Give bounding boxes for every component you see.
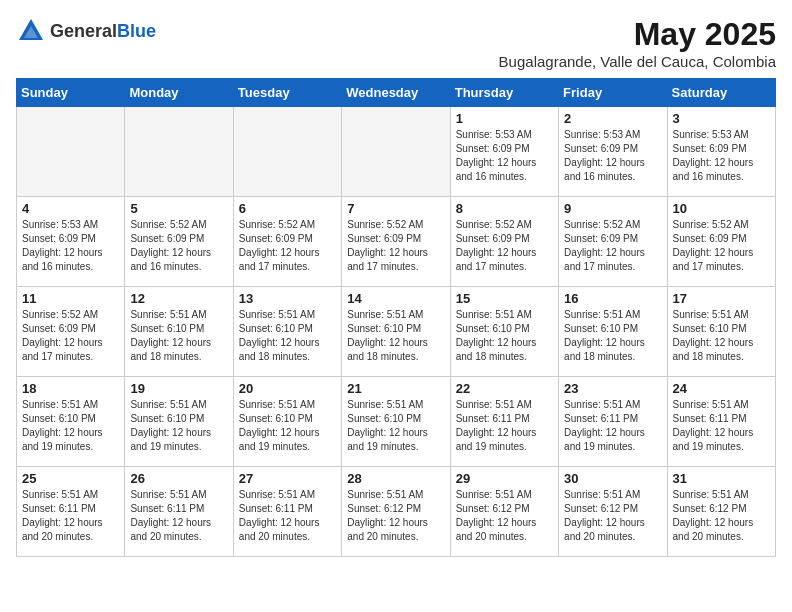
calendar-cell [125,107,233,197]
calendar-week-1: 1Sunrise: 5:53 AM Sunset: 6:09 PM Daylig… [17,107,776,197]
logo-icon [16,16,46,46]
day-info: Sunrise: 5:51 AM Sunset: 6:10 PM Dayligh… [673,308,770,364]
day-number: 11 [22,291,119,306]
header-top: GeneralBlue May 2025 Bugalagrande, Valle… [16,16,776,70]
calendar-cell: 21Sunrise: 5:51 AM Sunset: 6:10 PM Dayli… [342,377,450,467]
day-info: Sunrise: 5:51 AM Sunset: 6:10 PM Dayligh… [239,308,336,364]
calendar-cell: 5Sunrise: 5:52 AM Sunset: 6:09 PM Daylig… [125,197,233,287]
header-day-thursday: Thursday [450,79,558,107]
day-info: Sunrise: 5:51 AM Sunset: 6:10 PM Dayligh… [347,308,444,364]
day-number: 17 [673,291,770,306]
day-number: 19 [130,381,227,396]
day-info: Sunrise: 5:52 AM Sunset: 6:09 PM Dayligh… [22,308,119,364]
calendar-cell: 27Sunrise: 5:51 AM Sunset: 6:11 PM Dayli… [233,467,341,557]
day-info: Sunrise: 5:53 AM Sunset: 6:09 PM Dayligh… [22,218,119,274]
calendar-cell: 19Sunrise: 5:51 AM Sunset: 6:10 PM Dayli… [125,377,233,467]
day-number: 24 [673,381,770,396]
day-info: Sunrise: 5:53 AM Sunset: 6:09 PM Dayligh… [564,128,661,184]
calendar-cell: 13Sunrise: 5:51 AM Sunset: 6:10 PM Dayli… [233,287,341,377]
calendar-cell [233,107,341,197]
day-number: 26 [130,471,227,486]
calendar-cell: 30Sunrise: 5:51 AM Sunset: 6:12 PM Dayli… [559,467,667,557]
day-info: Sunrise: 5:51 AM Sunset: 6:11 PM Dayligh… [22,488,119,544]
calendar-cell: 22Sunrise: 5:51 AM Sunset: 6:11 PM Dayli… [450,377,558,467]
calendar-cell: 18Sunrise: 5:51 AM Sunset: 6:10 PM Dayli… [17,377,125,467]
day-info: Sunrise: 5:51 AM Sunset: 6:12 PM Dayligh… [456,488,553,544]
day-number: 25 [22,471,119,486]
calendar-week-3: 11Sunrise: 5:52 AM Sunset: 6:09 PM Dayli… [17,287,776,377]
day-number: 20 [239,381,336,396]
calendar-table: SundayMondayTuesdayWednesdayThursdayFrid… [16,78,776,557]
day-number: 22 [456,381,553,396]
calendar-cell: 16Sunrise: 5:51 AM Sunset: 6:10 PM Dayli… [559,287,667,377]
calendar-cell: 17Sunrise: 5:51 AM Sunset: 6:10 PM Dayli… [667,287,775,377]
calendar-cell: 24Sunrise: 5:51 AM Sunset: 6:11 PM Dayli… [667,377,775,467]
day-number: 14 [347,291,444,306]
calendar-week-4: 18Sunrise: 5:51 AM Sunset: 6:10 PM Dayli… [17,377,776,467]
day-number: 4 [22,201,119,216]
day-number: 5 [130,201,227,216]
day-info: Sunrise: 5:51 AM Sunset: 6:10 PM Dayligh… [347,398,444,454]
day-info: Sunrise: 5:51 AM Sunset: 6:10 PM Dayligh… [239,398,336,454]
calendar-cell: 31Sunrise: 5:51 AM Sunset: 6:12 PM Dayli… [667,467,775,557]
day-info: Sunrise: 5:51 AM Sunset: 6:10 PM Dayligh… [130,398,227,454]
day-number: 10 [673,201,770,216]
calendar-header-row: SundayMondayTuesdayWednesdayThursdayFrid… [17,79,776,107]
day-number: 28 [347,471,444,486]
calendar-cell: 11Sunrise: 5:52 AM Sunset: 6:09 PM Dayli… [17,287,125,377]
calendar-cell: 3Sunrise: 5:53 AM Sunset: 6:09 PM Daylig… [667,107,775,197]
day-info: Sunrise: 5:51 AM Sunset: 6:11 PM Dayligh… [239,488,336,544]
day-info: Sunrise: 5:53 AM Sunset: 6:09 PM Dayligh… [456,128,553,184]
day-number: 6 [239,201,336,216]
day-number: 9 [564,201,661,216]
calendar-cell: 28Sunrise: 5:51 AM Sunset: 6:12 PM Dayli… [342,467,450,557]
day-info: Sunrise: 5:52 AM Sunset: 6:09 PM Dayligh… [456,218,553,274]
day-info: Sunrise: 5:51 AM Sunset: 6:12 PM Dayligh… [564,488,661,544]
day-number: 15 [456,291,553,306]
day-number: 12 [130,291,227,306]
calendar-cell: 15Sunrise: 5:51 AM Sunset: 6:10 PM Dayli… [450,287,558,377]
calendar-cell: 6Sunrise: 5:52 AM Sunset: 6:09 PM Daylig… [233,197,341,287]
header-day-monday: Monday [125,79,233,107]
calendar-cell: 4Sunrise: 5:53 AM Sunset: 6:09 PM Daylig… [17,197,125,287]
calendar-cell: 7Sunrise: 5:52 AM Sunset: 6:09 PM Daylig… [342,197,450,287]
calendar-cell [342,107,450,197]
day-info: Sunrise: 5:51 AM Sunset: 6:12 PM Dayligh… [347,488,444,544]
day-info: Sunrise: 5:51 AM Sunset: 6:10 PM Dayligh… [22,398,119,454]
calendar-cell: 14Sunrise: 5:51 AM Sunset: 6:10 PM Dayli… [342,287,450,377]
day-number: 7 [347,201,444,216]
day-info: Sunrise: 5:52 AM Sunset: 6:09 PM Dayligh… [347,218,444,274]
calendar-cell: 10Sunrise: 5:52 AM Sunset: 6:09 PM Dayli… [667,197,775,287]
header-day-wednesday: Wednesday [342,79,450,107]
day-number: 2 [564,111,661,126]
header-day-tuesday: Tuesday [233,79,341,107]
day-info: Sunrise: 5:51 AM Sunset: 6:10 PM Dayligh… [564,308,661,364]
location: Bugalagrande, Valle del Cauca, Colombia [499,53,776,70]
day-info: Sunrise: 5:51 AM Sunset: 6:12 PM Dayligh… [673,488,770,544]
header-day-saturday: Saturday [667,79,775,107]
logo: GeneralBlue [16,16,156,46]
day-number: 1 [456,111,553,126]
day-info: Sunrise: 5:51 AM Sunset: 6:11 PM Dayligh… [130,488,227,544]
day-number: 31 [673,471,770,486]
calendar-cell: 23Sunrise: 5:51 AM Sunset: 6:11 PM Dayli… [559,377,667,467]
day-number: 29 [456,471,553,486]
day-info: Sunrise: 5:51 AM Sunset: 6:11 PM Dayligh… [673,398,770,454]
calendar-cell: 12Sunrise: 5:51 AM Sunset: 6:10 PM Dayli… [125,287,233,377]
day-info: Sunrise: 5:52 AM Sunset: 6:09 PM Dayligh… [130,218,227,274]
calendar-cell: 9Sunrise: 5:52 AM Sunset: 6:09 PM Daylig… [559,197,667,287]
day-number: 23 [564,381,661,396]
day-info: Sunrise: 5:53 AM Sunset: 6:09 PM Dayligh… [673,128,770,184]
day-number: 13 [239,291,336,306]
day-info: Sunrise: 5:52 AM Sunset: 6:09 PM Dayligh… [239,218,336,274]
calendar-cell: 20Sunrise: 5:51 AM Sunset: 6:10 PM Dayli… [233,377,341,467]
calendar-cell [17,107,125,197]
title-block: May 2025 Bugalagrande, Valle del Cauca, … [499,16,776,70]
day-info: Sunrise: 5:51 AM Sunset: 6:10 PM Dayligh… [130,308,227,364]
day-info: Sunrise: 5:51 AM Sunset: 6:11 PM Dayligh… [456,398,553,454]
day-info: Sunrise: 5:52 AM Sunset: 6:09 PM Dayligh… [564,218,661,274]
day-number: 16 [564,291,661,306]
calendar-cell: 2Sunrise: 5:53 AM Sunset: 6:09 PM Daylig… [559,107,667,197]
month-year: May 2025 [499,16,776,53]
calendar-cell: 25Sunrise: 5:51 AM Sunset: 6:11 PM Dayli… [17,467,125,557]
